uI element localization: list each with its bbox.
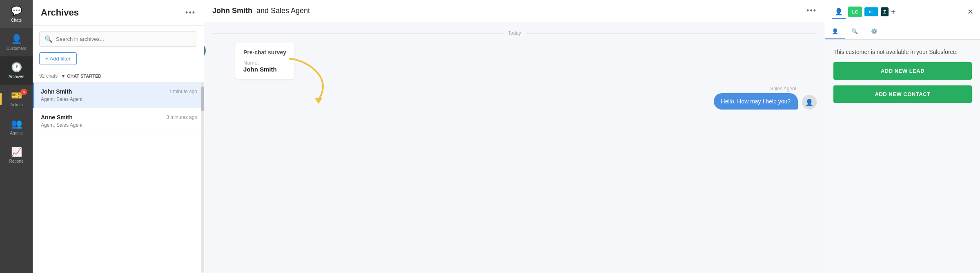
right-panel-body: This customer is not available in your S… (825, 40, 980, 111)
user-profile-icon-btn[interactable]: 👤 (832, 5, 846, 19)
agent-bubble: Hello. How may I help you? (714, 93, 798, 110)
tab-search[interactable]: 🔍 (845, 24, 864, 39)
scroll-bar[interactable] (201, 83, 204, 273)
pre-chat-wrapper: JS Pre-chat survey Name: John Smith (212, 43, 817, 79)
name-label: Name: (243, 60, 286, 66)
pre-chat-content: Name: John Smith (243, 60, 286, 73)
chat-time: 3 minutes ago (167, 114, 197, 120)
chat-name: John Smith (41, 88, 72, 95)
add-integration-button[interactable]: + (891, 7, 896, 17)
scroll-thumb[interactable] (201, 87, 204, 111)
sidebar-item-tickets[interactable]: 6 🎫 Tickets (0, 85, 33, 113)
right-tab-bar: 👤 🔍 ⚙️ (825, 24, 980, 40)
chat-item-john[interactable]: John Smith 1 minute ago Agent: Sales Age… (33, 83, 204, 108)
archives-search-bar[interactable]: 🔍 (39, 31, 197, 47)
archives-header: Archives ••• (33, 0, 204, 26)
sidebar-item-reports[interactable]: 📈 Reports (0, 141, 33, 169)
sidebar-item-agents[interactable]: 👥 Agents (0, 113, 33, 141)
agents-icon: 👥 (11, 119, 22, 129)
archives-icon: 🕐 (11, 62, 22, 73)
chat-agent: Agent: Sales Agent (41, 122, 197, 128)
chat-list: John Smith 1 minute ago Agent: Sales Age… (33, 83, 204, 134)
archives-more-button[interactable]: ••• (185, 9, 196, 17)
chat-item-anne[interactable]: Anne Smith 3 minutes ago Agent: Sales Ag… (33, 108, 204, 134)
right-panel-header: 👤 LC SF Z + ✕ (825, 0, 980, 24)
chat-panel: John Smith and Sales Agent ••• Today JS … (204, 0, 825, 273)
sidebar-item-chats[interactable]: 💬 Chats (0, 0, 33, 28)
close-button[interactable]: ✕ (967, 7, 973, 16)
chat-more-button[interactable]: ••• (806, 7, 817, 15)
sales-agent-label: Sales Agent (212, 86, 796, 92)
chats-count: 92 chats ▼ CHAT STARTED (33, 70, 204, 83)
chat-body: Today JS Pre-chat survey Name: John Smit… (204, 22, 825, 273)
pre-chat-label: Pre-chat survey (243, 49, 286, 56)
chat-list-wrapper: John Smith 1 minute ago Agent: Sales Age… (33, 83, 204, 273)
info-text: This customer is not available in your S… (833, 48, 972, 56)
gear-icon: ⚙️ (871, 28, 878, 34)
chat-time: 1 minute ago (169, 89, 197, 94)
customers-icon: 👤 (11, 34, 22, 45)
chat-title: John Smith and Sales Agent (212, 7, 310, 15)
archives-panel: Archives ••• 🔍 + Add filter 92 chats ▼ C… (33, 0, 204, 273)
chats-icon: 💬 (11, 6, 22, 16)
livechat-icon-btn[interactable]: LC (848, 7, 862, 17)
sidebar-item-customers[interactable]: 👤 Customers (0, 28, 33, 56)
tab-salesforce-label: 👤 (832, 28, 838, 34)
chat-name: Anne Smith (41, 114, 73, 121)
add-new-contact-button[interactable]: ADD NEW CONTACT (833, 85, 972, 103)
archives-title: Archives (41, 7, 79, 18)
right-header-icons: 👤 LC SF Z + (832, 5, 961, 19)
right-panel: 👤 LC SF Z + ✕ 👤 🔍 ⚙️ This customer is no… (825, 0, 980, 273)
reports-icon: 📈 (11, 147, 22, 157)
pre-chat-bubble: Pre-chat survey Name: John Smith (235, 43, 294, 79)
salesforce-logo[interactable]: SF (864, 7, 878, 16)
chat-header: John Smith and Sales Agent ••• (204, 0, 825, 22)
search-input[interactable] (56, 36, 192, 42)
tab-salesforce[interactable]: 👤 (825, 24, 845, 39)
chat-agent: Agent: Sales Agent (41, 96, 197, 102)
date-divider: Today (212, 30, 817, 36)
sidebar: 💬 Chats 👤 Customers 🕐 Archives 6 🎫 Ticke… (0, 0, 33, 273)
name-value: John Smith (243, 66, 286, 73)
sidebar-item-archives[interactable]: 🕐 Archives (0, 56, 33, 85)
add-filter-button[interactable]: + Add filter (39, 52, 77, 65)
search-icon: 🔍 (851, 28, 858, 34)
tickets-badge: 6 (20, 89, 27, 95)
agent-message-wrapper: Hello. How may I help you? 👤 (212, 93, 817, 110)
search-icon: 🔍 (45, 35, 53, 43)
agent-avatar: 👤 (802, 95, 817, 110)
js-avatar: JS (204, 43, 206, 59)
zendesk-logo[interactable]: Z (881, 7, 889, 16)
tab-settings[interactable]: ⚙️ (864, 24, 884, 39)
chat-started-tag: ▼ CHAT STARTED (61, 74, 101, 78)
add-new-lead-button[interactable]: ADD NEW LEAD (833, 62, 972, 80)
